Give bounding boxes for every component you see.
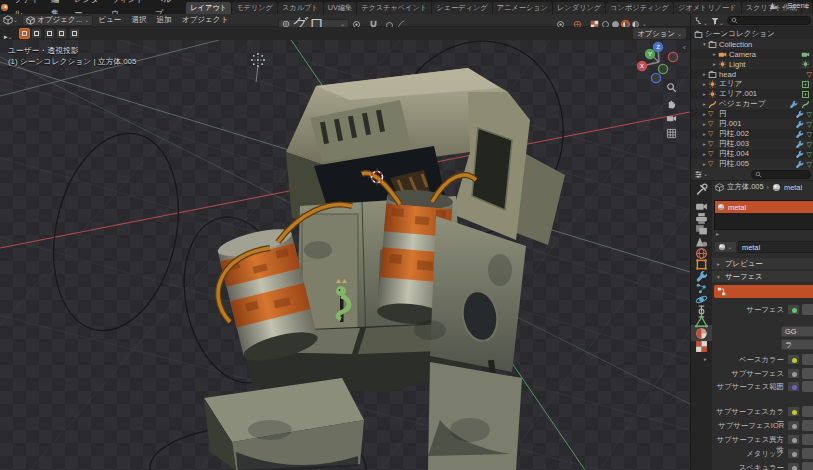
- outliner-row-scene-collection[interactable]: シーンコレクション: [691, 29, 813, 39]
- list-grip-icon[interactable]: ▸: [716, 230, 719, 237]
- gizmo-x-neg[interactable]: [668, 52, 677, 61]
- menu-object[interactable]: オブジェクト: [177, 15, 234, 25]
- outliner-row-camera[interactable]: ▸ Camera: [691, 49, 813, 59]
- modifier-wrench-icon[interactable]: [795, 110, 804, 119]
- color-socket-button[interactable]: [787, 354, 800, 365]
- metallic-field[interactable]: [802, 448, 813, 459]
- tab-compositing[interactable]: コンポジティング: [606, 2, 673, 14]
- expand-icon[interactable]: ▸: [701, 71, 708, 77]
- material-name-field[interactable]: metal: [738, 241, 813, 253]
- outliner-row-circle[interactable]: ▸ ▽ 円 ▽: [691, 109, 813, 119]
- editor-type-dropdown[interactable]: ⌄: [3, 15, 18, 25]
- outliner-row-area[interactable]: ▸ エリア: [691, 79, 813, 89]
- breadcrumb-object[interactable]: 立方体.005: [727, 182, 764, 192]
- subsurface-anisotropy-field[interactable]: [802, 434, 813, 445]
- collapse-icon[interactable]: ▾: [701, 41, 708, 47]
- outliner-row-light[interactable]: ▸ Light: [691, 59, 813, 69]
- use-nodes-button[interactable]: [714, 285, 813, 298]
- outliner-row-collection[interactable]: ▾ Collection: [691, 39, 813, 49]
- tab-sculpting[interactable]: スカルプト: [278, 2, 323, 14]
- subsurface-color-field[interactable]: [802, 406, 813, 417]
- material-slot-item[interactable]: metal: [715, 201, 813, 213]
- expand-icon[interactable]: ▸: [701, 111, 708, 117]
- modifier-wrench-icon[interactable]: [795, 160, 804, 169]
- expand-icon[interactable]: ▸: [701, 121, 708, 127]
- navigation-gizmo[interactable]: Z Y X: [637, 42, 678, 83]
- expand-icon[interactable]: ▸: [701, 151, 708, 157]
- modifier-wrench-icon[interactable]: [795, 120, 804, 129]
- viewport-canvas[interactable]: Z Y X ‹: [0, 40, 690, 470]
- ortho-toggle-button[interactable]: [667, 129, 675, 137]
- pan-hand-button[interactable]: [669, 101, 675, 109]
- shader-value-field[interactable]: [802, 304, 813, 315]
- material-browse-dropdown[interactable]: ⌄: [714, 241, 737, 253]
- options-dropdown[interactable]: オプション ⌄: [633, 28, 686, 39]
- base-color-field[interactable]: [802, 354, 813, 365]
- menu-add[interactable]: 追加: [152, 15, 177, 25]
- mesh-data-icon[interactable]: ▽: [807, 121, 812, 128]
- expand-icon[interactable]: ▸: [701, 141, 708, 147]
- scene-selector[interactable]: ⌄ Scene: [769, 1, 809, 10]
- float-socket-button[interactable]: [787, 448, 800, 459]
- expand-icon[interactable]: ▸: [711, 51, 718, 57]
- color-socket-button[interactable]: [787, 406, 800, 417]
- expand-icon[interactable]: ▸: [701, 161, 708, 167]
- tab-layout[interactable]: レイアウト: [186, 2, 231, 14]
- float-socket-button[interactable]: [787, 462, 800, 470]
- blender-logo-icon[interactable]: [0, 2, 9, 13]
- surface-panel-header[interactable]: ▾ サーフェス: [712, 271, 813, 283]
- tab-modeling[interactable]: モデリング: [232, 2, 277, 14]
- vector-socket-button[interactable]: [787, 381, 800, 392]
- specular-field[interactable]: [802, 462, 813, 470]
- select-mode-intersect-button[interactable]: [69, 28, 80, 39]
- outliner-display-dropdown[interactable]: ⌄: [694, 14, 708, 29]
- light-data-icon[interactable]: [801, 60, 810, 69]
- expand-icon[interactable]: ▸: [701, 81, 708, 87]
- expand-icon[interactable]: ▸: [711, 61, 718, 67]
- subsurface-radius-field[interactable]: [802, 381, 813, 392]
- outliner-row-cylinder-003[interactable]: ▸ ▽ 円柱.003 ▽: [691, 139, 813, 149]
- gizmo-z-neg[interactable]: [651, 73, 660, 82]
- mode-dropdown[interactable]: オブジェク... ⌄: [22, 15, 93, 26]
- tab-animation[interactable]: アニメーション: [493, 2, 552, 14]
- subsurface-method-dropdown[interactable]: ラ: [781, 339, 813, 350]
- tab-geometry-nodes[interactable]: ジオメトリノード: [674, 2, 741, 14]
- outliner-row-cylinder-005[interactable]: ▸ ▽ 円柱.005 ▽: [691, 159, 813, 168]
- gizmo-y-neg[interactable]: [658, 64, 667, 73]
- expand-icon[interactable]: ▸: [701, 131, 708, 137]
- mesh-data-icon[interactable]: ▽: [807, 111, 812, 118]
- float-socket-button[interactable]: [787, 368, 800, 379]
- modifier-wrench-icon[interactable]: [795, 150, 804, 159]
- select-mode-subtract-button[interactable]: [44, 28, 55, 39]
- zoom-button[interactable]: [668, 84, 676, 92]
- expand-icon[interactable]: ▸: [701, 91, 708, 97]
- select-mode-new-button[interactable]: [19, 28, 30, 39]
- sidebar-collapse-arrow[interactable]: ‹: [683, 43, 686, 52]
- outliner-row-circle-001[interactable]: ▸ ▽ 円.001 ▽: [691, 119, 813, 129]
- preview-panel-header[interactable]: ▸ プレビュー: [712, 258, 813, 270]
- mesh-data-icon[interactable]: ▽: [807, 131, 812, 138]
- tab-rendering[interactable]: レンダリング: [553, 2, 605, 14]
- properties-editor-dropdown[interactable]: ⌄: [694, 169, 708, 179]
- select-mode-invert-button[interactable]: [56, 28, 67, 39]
- robot-model[interactable]: [204, 68, 565, 470]
- outliner-row-bezier-curve[interactable]: ▸ ベジェカーブ: [691, 99, 813, 109]
- outliner-filter-dropdown[interactable]: ⌄: [711, 14, 724, 29]
- tab-tool[interactable]: [695, 183, 708, 196]
- curve-data-icon[interactable]: [801, 100, 810, 109]
- mesh-data-icon[interactable]: ▽: [807, 161, 812, 168]
- mesh-icon[interactable]: ▽: [807, 71, 812, 78]
- expand-icon[interactable]: ▸: [701, 101, 708, 107]
- outliner-row-area-001[interactable]: ▸ エリア.001: [691, 89, 813, 99]
- outliner-row-cylinder-002[interactable]: ▸ ▽ 円柱.002 ▽: [691, 129, 813, 139]
- outliner-search-input[interactable]: [727, 16, 811, 25]
- modifier-wrench-icon[interactable]: [795, 130, 804, 139]
- decorator-expand-icon[interactable]: ▸: [704, 356, 707, 362]
- tab-shading[interactable]: シェーディング: [432, 2, 491, 14]
- area-light-data-icon[interactable]: [801, 90, 810, 99]
- tab-texture-paint[interactable]: テクスチャペイント: [357, 2, 431, 14]
- breadcrumb-material[interactable]: metal: [784, 183, 802, 192]
- float-socket-button[interactable]: [787, 434, 800, 445]
- properties-search-input[interactable]: [751, 170, 811, 179]
- menu-select[interactable]: 選択: [126, 15, 151, 25]
